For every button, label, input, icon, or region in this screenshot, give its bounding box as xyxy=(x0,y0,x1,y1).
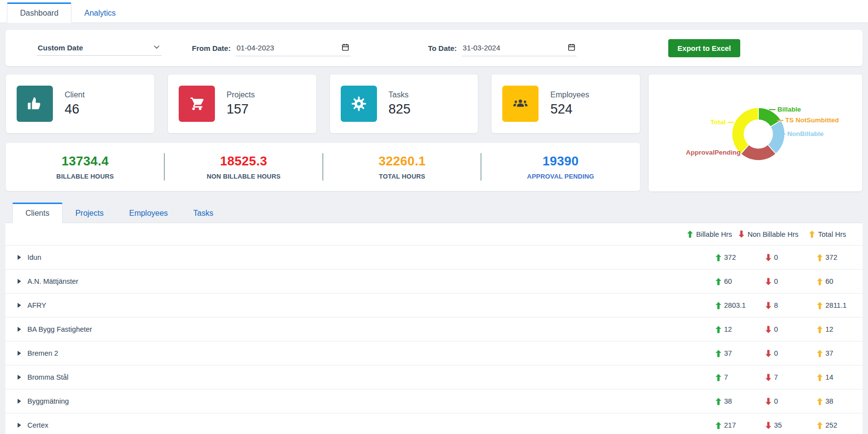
non-billable-hrs-cell: 0 xyxy=(737,397,808,406)
billable-hrs-cell: 7 xyxy=(686,373,737,382)
to-date-input[interactable]: 31-03-2024 xyxy=(462,40,577,56)
chart-label-text: Billable xyxy=(777,106,801,113)
stat-card-value: 157 xyxy=(227,102,255,117)
client-name-cell: Byggmätning xyxy=(5,397,686,405)
client-name: Byggmätning xyxy=(27,397,69,405)
label-connector-line xyxy=(779,134,785,135)
expand-caret-icon[interactable] xyxy=(18,375,21,380)
billable-hrs-value: 60 xyxy=(724,277,732,285)
sort-total-hrs[interactable]: Total Hrs xyxy=(808,230,849,238)
client-name: Bremen 2 xyxy=(27,349,58,357)
tab-tasks[interactable]: Tasks xyxy=(181,204,226,223)
total-hrs-cell: 2811.1 xyxy=(808,301,849,310)
summary-label: BILLABLE HOURS xyxy=(6,173,164,180)
from-date-value: 01-04-2023 xyxy=(236,44,274,52)
chart-label-nonbillable: NonBillable xyxy=(779,130,823,137)
total-hrs-cell: 372 xyxy=(808,253,849,262)
table-row-certex[interactable]: Certex21735252 xyxy=(5,413,863,434)
non-billable-hrs-cell: 0 xyxy=(737,277,808,286)
table-row-bremen-2[interactable]: Bremen 237037 xyxy=(5,341,863,365)
export-to-excel-button[interactable]: Export to Excel xyxy=(668,39,740,57)
billable-hrs-cell: 38 xyxy=(686,397,737,406)
expand-caret-icon[interactable] xyxy=(18,327,21,332)
stat-card-label: Projects xyxy=(227,91,255,99)
summary-label: NON BILLABLE HOURS xyxy=(164,173,323,180)
calendar-icon[interactable] xyxy=(567,43,576,53)
sort-billable-hrs[interactable]: Billable Hrs xyxy=(686,230,737,238)
tab-dashboard[interactable]: Dashboard xyxy=(7,2,71,23)
expand-caret-icon[interactable] xyxy=(18,279,21,284)
client-name-cell: BA Bygg Fastigheter xyxy=(5,325,686,333)
column-label: Non Billable Hrs xyxy=(748,230,798,238)
billable-hrs-cell: 372 xyxy=(686,253,737,262)
filter-bar: Custom Date From Date: 01-04-2023 To Dat… xyxy=(5,30,863,66)
non-billable-hrs-value: 0 xyxy=(774,253,778,261)
expand-caret-icon[interactable] xyxy=(18,255,21,260)
date-range-select[interactable]: Custom Date xyxy=(37,40,162,56)
hours-summary-card: 13734.4BILLABLE HOURS18525.3NON BILLABLE… xyxy=(5,142,640,191)
billable-hrs-cell: 12 xyxy=(686,325,737,334)
total-hrs-cell: 252 xyxy=(808,421,849,430)
stat-card-label: Employees xyxy=(550,91,589,99)
billable-hrs-value: 37 xyxy=(724,349,732,357)
table-row-ba-bygg-fastigheter[interactable]: BA Bygg Fastigheter12012 xyxy=(5,317,863,341)
summary-value: 18525.3 xyxy=(164,154,323,169)
client-name-cell: Certex xyxy=(5,421,686,429)
total-hrs-value: 252 xyxy=(825,421,837,429)
label-connector-line xyxy=(743,152,749,153)
expand-caret-icon[interactable] xyxy=(18,351,21,356)
summary-billable-hours: 13734.4BILLABLE HOURS xyxy=(6,154,164,180)
client-name-cell: AFRY xyxy=(5,301,686,309)
table-row-idun[interactable]: Idun3720372 xyxy=(5,245,863,269)
non-billable-hrs-value: 0 xyxy=(774,277,778,285)
tab-clients[interactable]: Clients xyxy=(12,203,63,223)
total-hrs-cell: 14 xyxy=(808,373,849,382)
from-date-input[interactable]: 01-04-2023 xyxy=(235,40,351,56)
expand-caret-icon[interactable] xyxy=(18,423,21,428)
client-name: Certex xyxy=(27,421,48,429)
stat-card-value: 524 xyxy=(550,102,589,117)
table-row-byggm-tning[interactable]: Byggmätning38038 xyxy=(5,389,863,413)
summary-total-hours: 32260.1TOTAL HOURS xyxy=(323,154,482,180)
tab-projects[interactable]: Projects xyxy=(63,204,117,223)
stat-card-label: Client xyxy=(65,91,85,99)
stat-card-label: Tasks xyxy=(389,91,411,99)
clients-table: Billable HrsNon Billable HrsTotal Hrs Id… xyxy=(5,223,863,434)
summary-label: APPROVAL PENDING xyxy=(481,173,640,180)
billable-hrs-value: 7 xyxy=(724,373,728,381)
billable-hrs-cell: 2803.1 xyxy=(686,301,737,310)
donut-slice-total[interactable] xyxy=(732,108,758,154)
chart-label-total: Total xyxy=(710,118,734,126)
table-body: Idun3720372A.N. Mättjänster60060AFRY2803… xyxy=(5,245,863,434)
chart-label-billable: Billable xyxy=(769,106,801,113)
chevron-down-icon xyxy=(153,43,161,52)
non-billable-hrs-value: 0 xyxy=(774,349,778,357)
table-row-a-n-m-ttj-nster[interactable]: A.N. Mättjänster60060 xyxy=(5,269,863,293)
table-row-afry[interactable]: AFRY2803.182811.1 xyxy=(5,293,863,317)
non-billable-hrs-cell: 8 xyxy=(737,301,808,310)
sort-non-billable-hrs[interactable]: Non Billable Hrs xyxy=(737,230,808,238)
expand-caret-icon[interactable] xyxy=(18,399,21,404)
client-name: AFRY xyxy=(27,301,46,309)
users-icon xyxy=(502,86,539,122)
non-billable-hrs-value: 8 xyxy=(774,301,778,309)
donut-chart[interactable] xyxy=(649,74,863,192)
non-billable-hrs-value: 7 xyxy=(774,373,778,381)
tab-employees[interactable]: Employees xyxy=(117,204,181,223)
label-connector-line xyxy=(769,109,775,110)
total-hrs-cell: 60 xyxy=(808,277,849,286)
client-name: A.N. Mättjänster xyxy=(27,277,78,285)
total-hrs-cell: 37 xyxy=(808,349,849,358)
billable-hrs-value: 217 xyxy=(724,421,736,429)
summary-label: TOTAL HOURS xyxy=(323,173,482,180)
client-name: Idun xyxy=(27,253,41,261)
chart-label-text: Total xyxy=(710,118,726,126)
top-tab-bar: DashboardAnalytics xyxy=(0,0,868,23)
table-header-row: Billable HrsNon Billable HrsTotal Hrs xyxy=(5,223,863,245)
table-row-bromma-st-l[interactable]: Bromma Stål7714 xyxy=(5,365,863,389)
tab-analytics[interactable]: Analytics xyxy=(71,4,128,23)
expand-caret-icon[interactable] xyxy=(18,303,21,308)
summary-non-billable-hours: 18525.3NON BILLABLE HOURS xyxy=(164,154,323,180)
calendar-icon[interactable] xyxy=(341,43,350,53)
total-hrs-value: 60 xyxy=(825,277,833,285)
